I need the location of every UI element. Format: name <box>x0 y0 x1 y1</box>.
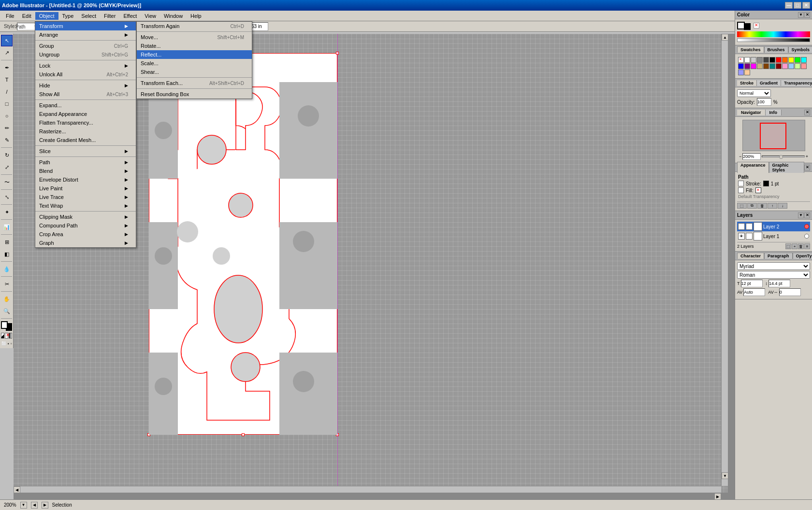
close-button[interactable]: ✕ <box>802 2 810 9</box>
menu-compound-path[interactable]: Compound Path ▶ <box>35 221 136 230</box>
type-tool[interactable]: T <box>1 74 13 85</box>
menu-expand[interactable]: Expand... <box>35 101 136 110</box>
menu-expand-appearance[interactable]: Expand Appearance <box>35 110 136 118</box>
submenu-move[interactable]: Move... Shift+Ctrl+M <box>137 33 252 42</box>
appear-dup-button[interactable]: ⧉ <box>747 203 757 209</box>
swatch-sky[interactable] <box>788 63 794 69</box>
swatch-red[interactable] <box>776 57 782 63</box>
layer-2-eye[interactable]: 👁 <box>738 223 745 230</box>
menu-graph[interactable]: Graph ▶ <box>35 239 136 247</box>
layer-row-1[interactable]: 👁 Layer 1 <box>737 231 810 241</box>
swatch-pink[interactable] <box>782 63 788 69</box>
swatch-black[interactable] <box>769 57 775 63</box>
minimize-button[interactable]: — <box>785 2 793 9</box>
stroke-swatch-main[interactable] <box>744 23 751 30</box>
gradient-tool[interactable]: ◧ <box>1 248 13 260</box>
tab-appearance[interactable]: Appearance <box>737 162 769 173</box>
swatch-dark-gray[interactable] <box>763 57 769 63</box>
zoom-plus-icon[interactable]: + <box>806 154 808 159</box>
menu-rasterize[interactable]: Rasterize... <box>35 127 136 136</box>
leading-input[interactable] <box>768 280 790 287</box>
appear-move-up-button[interactable]: ↑ <box>768 203 777 209</box>
vertical-scrollbar[interactable]: ▲ ▼ <box>721 34 728 486</box>
appear-del-button[interactable]: 🗑 <box>757 203 767 209</box>
free-transform-tool[interactable]: ⤡ <box>1 191 13 203</box>
selection-tool[interactable]: ↖ <box>1 35 13 46</box>
font-style-select[interactable]: Roman Bold Italic <box>737 271 810 279</box>
graph-tool[interactable]: 📊 <box>1 221 13 233</box>
swatch-salmon[interactable] <box>801 63 807 69</box>
swatch-white[interactable] <box>744 57 750 63</box>
screen-full[interactable]: ▪ <box>7 340 10 347</box>
submenu-transform-each[interactable]: Transform Each... Alt+Shift+Ctrl+D <box>137 79 252 87</box>
none-swatch[interactable]: ✕ <box>754 23 759 28</box>
menu-edit[interactable]: Edit <box>18 12 35 20</box>
horizontal-scrollbar[interactable]: ◀ ▶ <box>14 486 721 493</box>
tab-navigator[interactable]: Navigator <box>737 110 766 115</box>
navigator-panel-close[interactable]: ✕ <box>804 110 810 115</box>
menu-hide[interactable]: Hide ▶ <box>35 81 136 90</box>
layers-panel-close[interactable]: ✕ <box>804 212 810 218</box>
tab-graphic-styles[interactable]: Graphic Styles <box>769 162 805 173</box>
tab-character[interactable]: Character <box>737 253 764 259</box>
direct-select-tool[interactable]: ↗ <box>1 47 13 58</box>
zoom-slider-thumb[interactable] <box>779 155 783 159</box>
symbol-tool[interactable]: ✦ <box>1 206 13 218</box>
color-panel-header[interactable]: Color ▼ ✕ <box>735 11 812 19</box>
rect-tool[interactable]: □ <box>1 98 13 110</box>
swatch-cyan[interactable] <box>801 57 807 63</box>
zoom-input[interactable] <box>742 153 761 160</box>
scissors-tool[interactable]: ✂ <box>1 278 13 290</box>
del-layer-button[interactable]: 🗑 <box>798 243 804 249</box>
swatch-light-gray[interactable] <box>751 57 756 63</box>
character-panel-header[interactable]: Character Paragraph OpenType ✕ <box>735 252 812 260</box>
menu-text-wrap[interactable]: Text Wrap ▶ <box>35 201 136 210</box>
font-size-input[interactable] <box>741 280 763 287</box>
menu-lock[interactable]: Lock ▶ <box>35 61 136 70</box>
blend-mode-select[interactable]: Normal Multiply Screen <box>737 89 771 97</box>
scale-tool[interactable]: ⤢ <box>1 161 13 173</box>
appear-new-button[interactable]: ⬚ <box>737 203 747 209</box>
font-family-select[interactable]: Myriad Arial Times New Roman <box>737 262 810 270</box>
tab-gradient[interactable]: Gradient <box>757 80 781 86</box>
menu-window[interactable]: Window <box>160 12 187 20</box>
appearance-panel-close[interactable]: ✕ <box>804 165 810 170</box>
tab-transparency[interactable]: Transparency <box>781 80 812 86</box>
status-prev-button[interactable]: ◀ <box>31 502 38 509</box>
fill-color[interactable] <box>1 321 8 329</box>
tab-opentype[interactable]: OpenType <box>793 253 812 259</box>
pen-tool[interactable]: ✒ <box>1 62 13 73</box>
menu-blend[interactable]: Blend ▶ <box>35 167 136 175</box>
submenu-scale[interactable]: Scale... <box>137 59 252 68</box>
scroll-up-button[interactable]: ▲ <box>722 34 728 41</box>
layer-2-name[interactable]: Layer 2 <box>763 224 803 229</box>
appear-fill-swatch[interactable] <box>755 187 761 193</box>
swatch-purple[interactable] <box>744 63 750 69</box>
menu-show-all[interactable]: Show All Alt+Ctrl+3 <box>35 90 136 99</box>
hand-tool[interactable]: ✋ <box>1 293 13 305</box>
zoom-tool[interactable]: 🔍 <box>1 305 13 317</box>
stroke-panel-header[interactable]: Stroke Gradient Transparency ✕ <box>735 79 812 87</box>
submenu-shear[interactable]: Shear... <box>137 68 252 76</box>
layers-panel-header[interactable]: Layers ▼ ✕ <box>735 211 812 220</box>
menu-live-trace[interactable]: Live Trace ▶ <box>35 193 136 201</box>
swatch-brown[interactable] <box>763 63 769 69</box>
submenu-reset-bbox[interactable]: Reset Bounding Box <box>137 90 252 99</box>
swatch-blue[interactable] <box>738 63 744 69</box>
line-tool[interactable]: / <box>1 86 13 98</box>
appear-stroke-check[interactable] <box>738 181 744 186</box>
submenu-rotate[interactable]: Rotate... <box>137 42 252 50</box>
swatch-tan[interactable] <box>757 63 763 69</box>
menu-clipping-mask[interactable]: Clipping Mask ▶ <box>35 212 136 221</box>
swatch-mid-gray[interactable] <box>757 57 763 63</box>
layer-row-2[interactable]: 👁 Layer 2 <box>737 222 810 231</box>
menu-crop-area[interactable]: Crop Area ▶ <box>35 230 136 239</box>
warp-tool[interactable]: 〜 <box>1 176 13 188</box>
new-layer-button[interactable]: + <box>792 243 798 249</box>
maximize-button[interactable]: □ <box>794 2 801 9</box>
swatch-peach[interactable] <box>744 70 750 75</box>
menu-effect[interactable]: Effect <box>119 12 141 20</box>
rotate-tool[interactable]: ↻ <box>1 149 13 161</box>
menu-type[interactable]: Type <box>58 12 78 20</box>
menu-path[interactable]: Path ▶ <box>35 158 136 167</box>
